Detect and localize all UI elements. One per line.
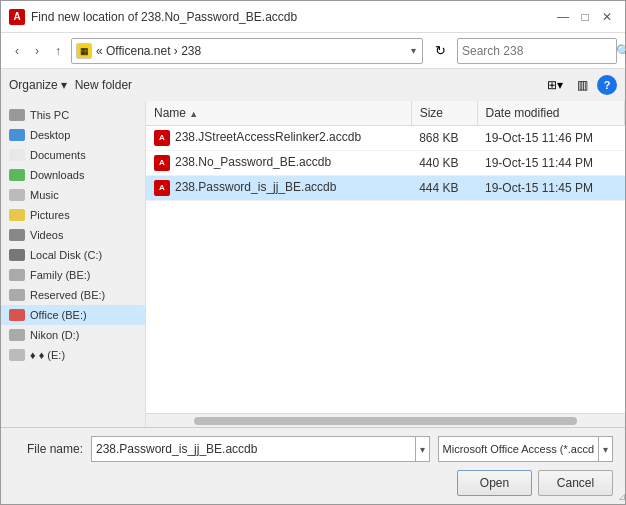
sidebar-label-this-pc: This PC [30, 109, 69, 121]
location-icon: ▦ [76, 43, 92, 59]
sidebar-icon-reserved-be [9, 289, 25, 301]
filetype-dropdown-button[interactable]: ▾ [598, 437, 612, 461]
file-name: 238.JStreetAccessRelinker2.accdb [175, 130, 361, 144]
sidebar-icon-local-disk [9, 249, 25, 261]
sidebar-icon-downloads [9, 169, 25, 181]
horizontal-scrollbar[interactable] [146, 413, 625, 427]
filename-input[interactable] [92, 442, 415, 456]
col-date[interactable]: Date modified [477, 101, 625, 126]
sidebar-item-downloads[interactable]: Downloads [1, 165, 145, 185]
file-name: 238.Password_is_jj_BE.accdb [175, 180, 336, 194]
sidebar-icon-family-be [9, 269, 25, 281]
file-icon: A [154, 180, 170, 196]
file-name: 238.No_Password_BE.accdb [175, 155, 331, 169]
sort-arrow-name: ▲ [189, 109, 198, 119]
sidebar-item-this-pc[interactable]: This PC [1, 105, 145, 125]
col-size[interactable]: Size [411, 101, 477, 126]
breadcrumb-dropdown-button[interactable]: ▾ [409, 45, 418, 56]
file-date-cell: 19-Oct-15 11:46 PM [477, 126, 625, 151]
pane-button[interactable]: ▥ [572, 75, 593, 95]
main-content: This PCDesktopDocumentsDownloadsMusicPic… [1, 101, 625, 427]
search-input[interactable] [462, 44, 612, 58]
sidebar-item-extra[interactable]: ♦ ♦ (E:) [1, 345, 145, 365]
sidebar-label-pictures: Pictures [30, 209, 70, 221]
sidebar: This PCDesktopDocumentsDownloadsMusicPic… [1, 101, 146, 427]
col-name[interactable]: Name ▲ [146, 101, 411, 126]
up-button[interactable]: ↑ [49, 40, 67, 62]
sidebar-label-nikon: Nikon (D:) [30, 329, 80, 341]
file-name-cell: A238.Password_is_jj_BE.accdb [146, 176, 411, 201]
sidebar-icon-extra [9, 349, 25, 361]
sidebar-icon-office-be [9, 309, 25, 321]
sidebar-label-extra: ♦ ♦ (E:) [30, 349, 65, 361]
file-date-cell: 19-Oct-15 11:44 PM [477, 151, 625, 176]
sidebar-item-documents[interactable]: Documents [1, 145, 145, 165]
file-list: Name ▲ Size Date modified A238.JStreetAc… [146, 101, 625, 427]
sidebar-label-local-disk: Local Disk (C:) [30, 249, 102, 261]
table-row[interactable]: A238.No_Password_BE.accdb440 KB19-Oct-15… [146, 151, 625, 176]
sidebar-label-documents: Documents [30, 149, 86, 161]
search-icon: 🔍 [616, 44, 626, 58]
filename-row: File name: ▾ Microsoft Office Access (*.… [13, 436, 613, 462]
file-name-cell: A238.JStreetAccessRelinker2.accdb [146, 126, 411, 151]
cancel-button[interactable]: Cancel [538, 470, 613, 496]
maximize-button[interactable]: □ [575, 7, 595, 27]
table-row[interactable]: A238.Password_is_jj_BE.accdb444 KB19-Oct… [146, 176, 625, 201]
sidebar-item-local-disk[interactable]: Local Disk (C:) [1, 245, 145, 265]
column-headers: Name ▲ Size Date modified [146, 101, 625, 126]
sidebar-item-reserved-be[interactable]: Reserved (BE:) [1, 285, 145, 305]
sidebar-label-reserved-be: Reserved (BE:) [30, 289, 105, 301]
back-button[interactable]: ‹ [9, 40, 25, 62]
scrollbar-thumb [194, 417, 577, 425]
search-box: 🔍 [457, 38, 617, 64]
app-icon: A [9, 9, 25, 25]
filename-input-wrapper: ▾ [91, 436, 430, 462]
sidebar-item-family-be[interactable]: Family (BE:) [1, 265, 145, 285]
organize-button[interactable]: Organize ▾ [9, 78, 67, 92]
open-button[interactable]: Open [457, 470, 532, 496]
bottom-bar: File name: ▾ Microsoft Office Access (*.… [1, 427, 625, 504]
file-icon: A [154, 130, 170, 146]
dialog-title: Find new location of 238.No_Password_BE.… [31, 10, 297, 24]
minimize-button[interactable]: — [553, 7, 573, 27]
sidebar-item-office-be[interactable]: Office (BE:) [1, 305, 145, 325]
sidebar-label-music: Music [30, 189, 59, 201]
breadcrumb-bar: ▦ « Officena.net › 238 ▾ [71, 38, 423, 64]
close-button[interactable]: ✕ [597, 7, 617, 27]
navigation-toolbar: ‹ › ↑ ▦ « Officena.net › 238 ▾ ↻ 🔍 [1, 33, 625, 69]
organize-toolbar: Organize ▾ New folder ⊞ ▾ ▥ ? [1, 69, 625, 101]
sidebar-label-downloads: Downloads [30, 169, 84, 181]
sidebar-icon-videos [9, 229, 25, 241]
help-button[interactable]: ? [597, 75, 617, 95]
sidebar-label-family-be: Family (BE:) [30, 269, 91, 281]
resize-grip[interactable]: ⊿ [612, 491, 626, 505]
buttons-row: Open Cancel [13, 470, 613, 496]
forward-button[interactable]: › [29, 40, 45, 62]
filename-label: File name: [13, 442, 83, 456]
file-size-cell: 444 KB [411, 176, 477, 201]
file-name-cell: A238.No_Password_BE.accdb [146, 151, 411, 176]
sidebar-icon-nikon [9, 329, 25, 341]
view-button[interactable]: ⊞ ▾ [542, 75, 568, 95]
file-date-cell: 19-Oct-15 11:45 PM [477, 176, 625, 201]
sidebar-label-desktop: Desktop [30, 129, 70, 141]
filename-dropdown-button[interactable]: ▾ [415, 437, 429, 461]
sidebar-icon-this-pc [9, 109, 25, 121]
refresh-button[interactable]: ↻ [427, 38, 453, 64]
sidebar-label-videos: Videos [30, 229, 63, 241]
sidebar-item-music[interactable]: Music [1, 185, 145, 205]
file-table: Name ▲ Size Date modified A238.JStreetAc… [146, 101, 625, 201]
new-folder-button[interactable]: New folder [75, 78, 132, 92]
sidebar-item-pictures[interactable]: Pictures [1, 205, 145, 225]
file-size-cell: 440 KB [411, 151, 477, 176]
file-size-cell: 868 KB [411, 126, 477, 151]
sidebar-item-nikon[interactable]: Nikon (D:) [1, 325, 145, 345]
sidebar-icon-documents [9, 149, 25, 161]
filetype-value: Microsoft Office Access (*.accd [439, 443, 598, 455]
sidebar-icon-desktop [9, 129, 25, 141]
table-row[interactable]: A238.JStreetAccessRelinker2.accdb868 KB1… [146, 126, 625, 151]
sidebar-item-desktop[interactable]: Desktop [1, 125, 145, 145]
title-bar: A Find new location of 238.No_Password_B… [1, 1, 625, 33]
sidebar-item-videos[interactable]: Videos [1, 225, 145, 245]
sidebar-icon-music [9, 189, 25, 201]
